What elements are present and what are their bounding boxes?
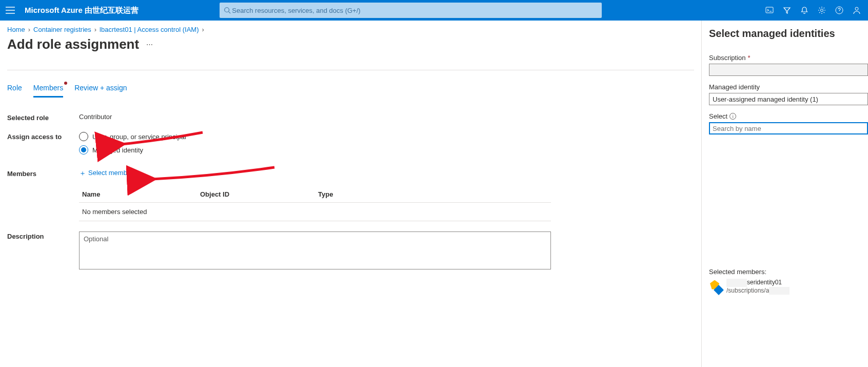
brand-title: Microsoft Azure 由世纪互联运营 — [25, 6, 139, 15]
divider — [7, 70, 694, 70]
svg-point-6 — [820, 9, 823, 12]
managed-identity-icon — [709, 280, 722, 294]
info-icon[interactable]: i — [729, 113, 736, 120]
col-name: Name — [82, 190, 200, 198]
svg-rect-5 — [766, 7, 773, 13]
radio-user-label: User, group, or service principal — [92, 133, 186, 141]
breadcrumb-iam[interactable]: lbacrtest01 | Access control (IAM) — [100, 26, 199, 33]
col-type: Type — [318, 190, 548, 198]
managed-identity-label: Managed identity — [709, 83, 868, 91]
tab-role[interactable]: Role — [7, 80, 22, 98]
select-label: Select — [709, 112, 727, 120]
members-label: Members — [7, 169, 79, 178]
hamburger-menu-icon[interactable] — [4, 4, 16, 16]
svg-line-4 — [229, 12, 231, 14]
breadcrumb-registries[interactable]: Container registries — [33, 26, 91, 33]
breadcrumb: Home › Container registries › lbacrtest0… — [7, 26, 694, 33]
settings-gear-icon[interactable] — [817, 5, 827, 15]
more-actions-icon[interactable]: ⋯ — [144, 38, 155, 50]
required-asterisk: * — [748, 54, 751, 62]
notifications-icon[interactable] — [799, 5, 810, 15]
selected-role-label: Selected role — [7, 113, 79, 122]
member-name: xxxxxseridentity01 — [726, 279, 790, 287]
select-search-input[interactable] — [709, 122, 868, 134]
select-members-link-label: Select members — [88, 169, 136, 177]
select-members-link[interactable]: ＋ Select members — [79, 169, 136, 177]
search-icon — [224, 7, 231, 14]
feedback-icon[interactable] — [852, 5, 862, 15]
tab-members[interactable]: Members — [33, 80, 63, 98]
global-search-input[interactable] — [231, 6, 598, 15]
selected-members-label: Selected members: — [709, 268, 868, 276]
cloud-shell-icon[interactable] — [764, 5, 775, 15]
selected-role-value: Contributor — [79, 113, 694, 121]
chevron-right-icon: › — [202, 26, 204, 33]
managed-identity-select[interactable]: User-assigned managed identity (1) — [709, 93, 868, 105]
col-object-id: Object ID — [200, 190, 318, 198]
description-label: Description — [7, 231, 79, 240]
radio-managed-identity[interactable]: Managed identity — [79, 145, 694, 154]
subscription-label: Subscription — [709, 54, 746, 62]
chevron-right-icon: › — [28, 26, 30, 33]
svg-point-3 — [225, 8, 229, 12]
main-content: Home › Container registries › lbacrtest0… — [0, 21, 701, 367]
required-dot-icon — [64, 82, 67, 85]
members-empty-row: No members selected — [79, 203, 551, 221]
radio-mi-label: Managed identity — [92, 146, 143, 154]
radio-circle-icon — [79, 132, 88, 141]
global-search[interactable] — [220, 3, 602, 18]
tab-review-assign[interactable]: Review + assign — [74, 80, 127, 98]
member-subscription-path: /subscriptions/axxxx — [726, 287, 790, 295]
tabs: Role Members Review + assign — [7, 80, 694, 98]
plus-icon: ＋ — [79, 169, 86, 177]
tab-members-label: Members — [33, 84, 63, 92]
side-panel: Select managed identities Subscription *… — [701, 21, 868, 367]
radio-user-group-sp[interactable]: User, group, or service principal — [79, 132, 694, 141]
filter-icon[interactable] — [782, 5, 792, 15]
help-icon[interactable] — [834, 5, 844, 15]
top-icon-bar — [764, 5, 864, 15]
breadcrumb-home[interactable]: Home — [7, 26, 25, 33]
radio-circle-selected-icon — [79, 145, 88, 154]
members-table: Name Object ID Type No members selected — [79, 186, 551, 221]
selected-member-item[interactable]: xxxxxseridentity01 /subscriptions/axxxx — [709, 279, 868, 295]
top-bar: Microsoft Azure 由世纪互联运营 — [0, 0, 868, 21]
side-panel-title: Select managed identities — [709, 28, 868, 40]
chevron-right-icon: › — [94, 26, 96, 33]
description-textarea[interactable] — [79, 231, 551, 269]
svg-point-8 — [855, 7, 858, 10]
page-title: Add role assignment — [7, 36, 139, 52]
subscription-select[interactable] — [709, 64, 868, 76]
assign-access-label: Assign access to — [7, 132, 79, 141]
